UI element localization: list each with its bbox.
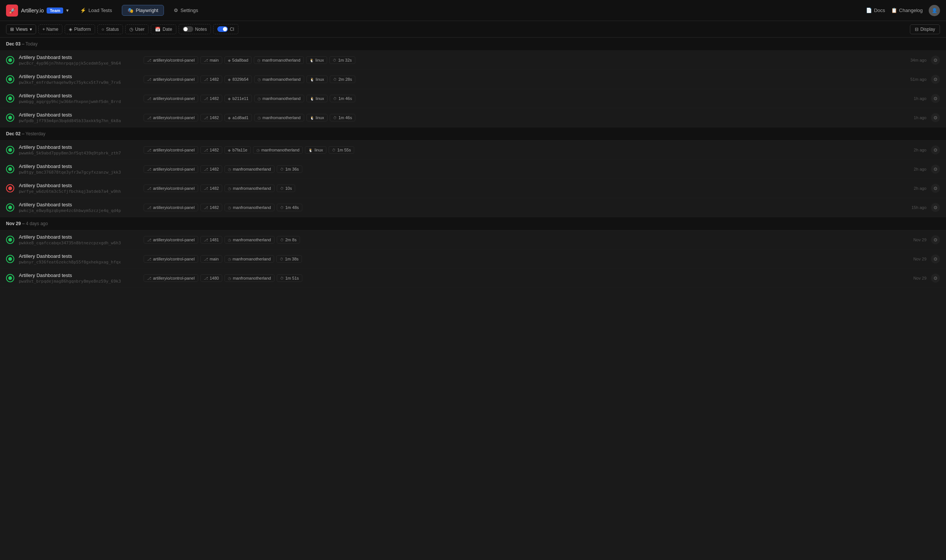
name-filter-label: + Name: [43, 27, 58, 32]
playwright-nav-btn[interactable]: 🎭 Playwright: [122, 5, 164, 16]
test-info: Artillery Dashboard tests pw3kxf_enfrdwr…: [19, 74, 139, 85]
ci-toggle[interactable]: [217, 26, 228, 32]
repo-pill: ⎇artilleryio/control-panel: [143, 75, 198, 83]
docs-label: Docs: [874, 8, 885, 13]
user-pill: ◷manfromanotherland: [225, 274, 274, 282]
notes-toggle[interactable]: [183, 26, 193, 32]
repo-icon: ⎇: [147, 58, 151, 62]
duration-pill: ⏱1m 36s: [277, 165, 302, 173]
duration-value: 1m 46s: [338, 115, 352, 120]
settings-nav-btn[interactable]: ⚙ Settings: [168, 5, 203, 15]
status-filter-button[interactable]: ○ Status: [97, 25, 123, 34]
table-row[interactable]: Artillery Dashboard tests pw3kxf_enfrdwr…: [0, 70, 946, 89]
status-dot-inner: [8, 97, 12, 100]
platform-name: linux: [316, 96, 325, 101]
status-dot-inner: [8, 167, 12, 171]
platform-name: linux: [316, 115, 325, 120]
github-icon[interactable]: ⊙: [931, 113, 940, 122]
date-separator-nov29: Nov 29 – 4 days ago: [0, 217, 946, 231]
linux-icon: 🐧: [310, 116, 314, 120]
date-filter-button[interactable]: 📅 Date: [151, 25, 176, 34]
views-button[interactable]: ⊞ Views ▾: [6, 25, 36, 34]
github-icon[interactable]: ⊙: [931, 75, 940, 84]
time-ago: 34m ago: [910, 58, 926, 62]
user-pill: ◷manfromanotherland: [225, 204, 274, 211]
load-tests-icon: ⚡: [80, 8, 86, 13]
views-chevron-icon: ▾: [30, 27, 32, 32]
docs-link[interactable]: 📄 Docs: [866, 8, 885, 13]
repo-pill: ⎇artilleryio/control-panel: [143, 236, 198, 243]
status-dot-pass: [6, 75, 14, 83]
load-tests-nav-btn[interactable]: ⚡ Load Tests: [75, 5, 117, 15]
github-icon[interactable]: ⊙: [931, 203, 940, 212]
clock-icon: ⏱: [333, 97, 337, 101]
platform-name: linux: [316, 77, 325, 82]
status-dot-pass: [6, 94, 14, 103]
github-icon[interactable]: ⊙: [931, 254, 940, 263]
user-filter-icon: ◷: [129, 27, 133, 32]
branch-name: main: [210, 58, 219, 62]
ci-toggle-group[interactable]: CI: [213, 24, 238, 34]
github-icon[interactable]: ⊙: [931, 235, 940, 244]
github-icon[interactable]: ⊙: [931, 165, 940, 174]
name-filter-button[interactable]: + Name: [39, 25, 62, 34]
platform-icon: ◈: [69, 27, 72, 32]
github-icon[interactable]: ⊙: [931, 145, 940, 154]
table-row[interactable]: Artillery Dashboard tests pwbnyr_c936fea…: [0, 249, 946, 269]
linux-icon: 🐧: [308, 148, 313, 152]
github-icon[interactable]: ⊙: [931, 55, 940, 65]
repo-name: artilleryio/control-panel: [153, 257, 195, 261]
repo-name: artilleryio/control-panel: [153, 115, 195, 120]
branch-icon: ⎇: [204, 206, 208, 210]
table-row[interactable]: Artillery Dashboard tests pwa9xt_brpqdej…: [0, 269, 946, 288]
commit-hash: a1d8ad1: [233, 115, 248, 120]
user-avatar[interactable]: 👤: [929, 5, 940, 16]
duration-pill: ⏱2m 28s: [330, 75, 355, 83]
commit-hash: b211e11: [233, 96, 248, 101]
table-row[interactable]: Artillery Dashboard tests pwfpdb_jf793m4…: [0, 108, 946, 128]
github-icon[interactable]: ⊙: [931, 274, 940, 283]
branch-icon: ⎇: [204, 97, 208, 101]
platform-filter-button[interactable]: ◈ Platform: [65, 25, 95, 34]
display-button[interactable]: ⊟ Display: [910, 25, 940, 34]
github-icon[interactable]: ⊙: [931, 184, 940, 193]
time-ago: Nov 29: [913, 237, 926, 242]
test-info: Artillery Dashboard tests pwmbgg_agqrgy9…: [19, 93, 139, 104]
repo-icon: ⎇: [147, 186, 151, 191]
time-ago: 2h ago: [914, 167, 926, 171]
table-row[interactable]: Artillery Dashboard tests pwc8cr_4yp96jn…: [0, 51, 946, 70]
settings-icon: ⚙: [174, 8, 178, 13]
table-row[interactable]: Artillery Dashboard tests pwkcja_e8wy8gz…: [0, 198, 946, 217]
logo-area: 🚀 Artillery.io Team ▾: [6, 5, 69, 17]
github-icon[interactable]: ⊙: [931, 94, 940, 103]
display-icon: ⊟: [915, 27, 918, 32]
test-info: Artillery Dashboard tests pwkke8_cqafcca…: [19, 234, 139, 245]
repo-name: artilleryio/control-panel: [153, 148, 195, 152]
repo-icon: ⎇: [147, 276, 151, 280]
linux-icon: 🐧: [310, 77, 314, 82]
status-dot-pass: [6, 203, 14, 212]
table-row[interactable]: Artillery Dashboard tests pwwmk6_5k9abd7…: [0, 140, 946, 160]
team-badge: Team: [47, 8, 63, 14]
repo-name: artilleryio/control-panel: [153, 276, 195, 280]
test-meta: ⎇artilleryio/control-panel⎇main◷manfroma…: [143, 255, 907, 263]
platform-pill: 🐧linux: [307, 75, 328, 83]
table-row[interactable]: Artillery Dashboard tests pwkke8_cqafcca…: [0, 231, 946, 249]
user-filter-button[interactable]: ◷ User: [125, 25, 148, 34]
repo-name: artilleryio/control-panel: [153, 205, 195, 210]
clock-icon: ⏱: [280, 167, 284, 171]
table-row[interactable]: Artillery Dashboard tests pwrfye_w6dz6tm…: [0, 179, 946, 198]
table-row[interactable]: Artillery Dashboard tests pwmbgg_agqrgy9…: [0, 89, 946, 108]
test-meta: ⎇artilleryio/control-panel⎇1482◆b211e11◷…: [143, 95, 907, 102]
team-dropdown[interactable]: ▾: [66, 8, 69, 13]
status-dot-inner: [8, 276, 12, 280]
changelog-link[interactable]: 📋 Changelog: [891, 8, 923, 13]
table-row[interactable]: Artillery Dashboard tests pw8tgy_bmc3768…: [0, 160, 946, 179]
branch-pill: ⎇1482: [200, 114, 222, 122]
playwright-label: Playwright: [136, 8, 158, 13]
repo-icon: ⎇: [147, 148, 151, 152]
notes-toggle-group[interactable]: Notes: [179, 24, 211, 34]
user-name: manfromanotherland: [233, 167, 271, 171]
user-meta-icon: ◷: [228, 276, 231, 280]
branch-icon: ⎇: [204, 167, 208, 171]
